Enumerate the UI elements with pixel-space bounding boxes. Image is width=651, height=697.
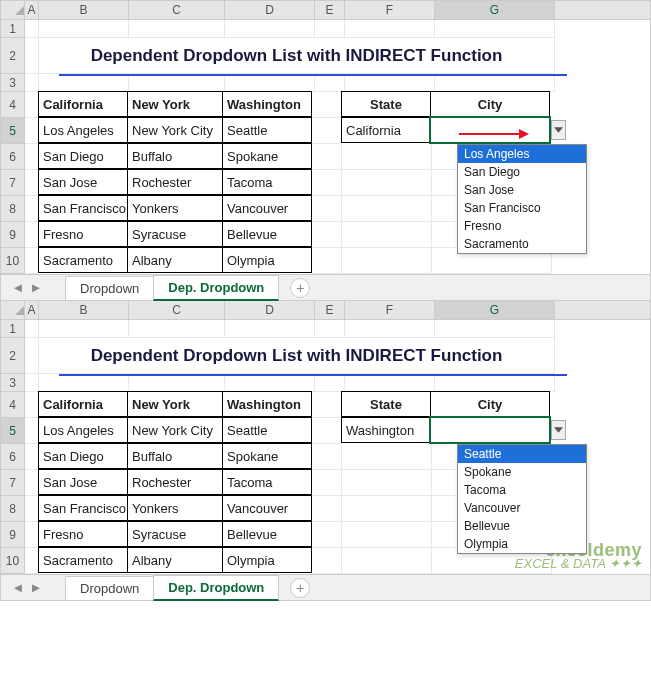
table-cell[interactable]: Spokane: [222, 143, 312, 169]
row-header-2[interactable]: 2: [1, 38, 25, 74]
cell-blank[interactable]: [39, 74, 129, 92]
cell-blank[interactable]: [225, 320, 315, 338]
cell[interactable]: [342, 170, 432, 196]
table-cell[interactable]: Los Angeles: [38, 417, 128, 443]
dropdown-list[interactable]: SeattleSpokaneTacomaVancouverBellevueOly…: [457, 444, 587, 554]
row-header-9[interactable]: 9: [1, 522, 25, 548]
select-all-corner[interactable]: [1, 301, 25, 319]
dropdown-button[interactable]: [551, 120, 566, 140]
state-dropdown-cell[interactable]: California: [341, 117, 431, 143]
cell[interactable]: [25, 118, 39, 144]
table-cell[interactable]: Bellevue: [222, 521, 312, 547]
row-header-2[interactable]: 2: [1, 338, 25, 374]
table-cell[interactable]: Tacoma: [222, 469, 312, 495]
col-header-G[interactable]: G: [435, 301, 555, 319]
cell[interactable]: [25, 470, 39, 496]
cell[interactable]: [312, 222, 342, 248]
table-cell[interactable]: Sacramento: [38, 547, 128, 573]
row-header-8[interactable]: 8: [1, 496, 25, 522]
dropdown-option[interactable]: Fresno: [458, 217, 586, 235]
table-cell[interactable]: New York City: [127, 117, 223, 143]
table-cell[interactable]: Seattle: [222, 117, 312, 143]
tab-nav-prev-icon[interactable]: ◄: [9, 280, 27, 295]
table-cell[interactable]: San Francisco: [38, 495, 128, 521]
cell-blank[interactable]: [345, 374, 435, 392]
cell-blank[interactable]: [129, 320, 225, 338]
row-header-10[interactable]: 10: [1, 548, 25, 574]
cell[interactable]: [342, 496, 432, 522]
table-cell[interactable]: Los Angeles: [38, 117, 128, 143]
cell-blank[interactable]: [315, 20, 345, 38]
cell-blank[interactable]: [315, 374, 345, 392]
dropdown-option[interactable]: San Francisco: [458, 199, 586, 217]
table-cell[interactable]: Bellevue: [222, 221, 312, 247]
cell[interactable]: [25, 196, 39, 222]
city-dropdown-cell[interactable]: [430, 117, 550, 143]
dropdown-list[interactable]: Los AngelesSan DiegoSan JoseSan Francisc…: [457, 144, 587, 254]
cell[interactable]: [25, 222, 39, 248]
cell[interactable]: [312, 118, 342, 144]
cell-blank[interactable]: [39, 374, 129, 392]
cell[interactable]: [25, 38, 39, 74]
cell-blank[interactable]: [435, 20, 555, 38]
col-header-G[interactable]: G: [435, 1, 555, 19]
cell-blank[interactable]: [435, 374, 555, 392]
cell-blank[interactable]: [39, 20, 129, 38]
cell[interactable]: [25, 338, 39, 374]
dropdown-option[interactable]: Seattle: [458, 445, 586, 463]
cell[interactable]: [312, 522, 342, 548]
col-header-C[interactable]: C: [129, 1, 225, 19]
table-cell[interactable]: San Diego: [38, 143, 128, 169]
city-dropdown-cell[interactable]: [430, 417, 550, 443]
tab-nav-prev-icon[interactable]: ◄: [9, 580, 27, 595]
table-cell[interactable]: Olympia: [222, 547, 312, 573]
table-cell[interactable]: Buffalo: [127, 143, 223, 169]
cell[interactable]: [25, 418, 39, 444]
cell[interactable]: [312, 392, 342, 418]
cell[interactable]: [312, 144, 342, 170]
dropdown-option[interactable]: Spokane: [458, 463, 586, 481]
cell[interactable]: [25, 496, 39, 522]
dropdown-option[interactable]: San Diego: [458, 163, 586, 181]
dropdown-option[interactable]: San Jose: [458, 181, 586, 199]
dropdown-option[interactable]: Los Angeles: [458, 145, 586, 163]
dropdown-option[interactable]: Bellevue: [458, 517, 586, 535]
table-cell[interactable]: San Diego: [38, 443, 128, 469]
row-header-4[interactable]: 4: [1, 92, 25, 118]
cell[interactable]: [312, 444, 342, 470]
row-header-6[interactable]: 6: [1, 444, 25, 470]
table-cell[interactable]: Albany: [127, 547, 223, 573]
table-cell[interactable]: Syracuse: [127, 221, 223, 247]
cell[interactable]: [25, 144, 39, 170]
row-header-5[interactable]: 5: [1, 118, 25, 144]
tab-nav-next-icon[interactable]: ►: [27, 580, 45, 595]
table-cell[interactable]: Sacramento: [38, 247, 128, 273]
cell[interactable]: [312, 92, 342, 118]
cell-blank[interactable]: [435, 320, 555, 338]
tab-dep-dropdown[interactable]: Dep. Dropdown: [153, 575, 279, 601]
cell-blank[interactable]: [25, 20, 39, 38]
col-header-A[interactable]: A: [25, 1, 39, 19]
cell[interactable]: [342, 248, 432, 274]
row-header-3[interactable]: 3: [1, 374, 25, 392]
table-cell[interactable]: Yonkers: [127, 495, 223, 521]
cell-blank[interactable]: [39, 320, 129, 338]
row-header-9[interactable]: 9: [1, 222, 25, 248]
add-sheet-button[interactable]: +: [290, 278, 310, 298]
tab-nav-next-icon[interactable]: ►: [27, 280, 45, 295]
dropdown-option[interactable]: Olympia: [458, 535, 586, 553]
cell[interactable]: [342, 470, 432, 496]
table-cell[interactable]: Olympia: [222, 247, 312, 273]
col-header-E[interactable]: E: [315, 301, 345, 319]
cell[interactable]: [312, 248, 342, 274]
table-cell[interactable]: Seattle: [222, 417, 312, 443]
table-cell[interactable]: San Jose: [38, 169, 128, 195]
col-header-F[interactable]: F: [345, 1, 435, 19]
cell[interactable]: [25, 522, 39, 548]
cell[interactable]: [25, 92, 39, 118]
row-header-3[interactable]: 3: [1, 74, 25, 92]
row-header-4[interactable]: 4: [1, 392, 25, 418]
cell-blank[interactable]: [129, 74, 225, 92]
table-cell[interactable]: Rochester: [127, 469, 223, 495]
cell[interactable]: [342, 144, 432, 170]
